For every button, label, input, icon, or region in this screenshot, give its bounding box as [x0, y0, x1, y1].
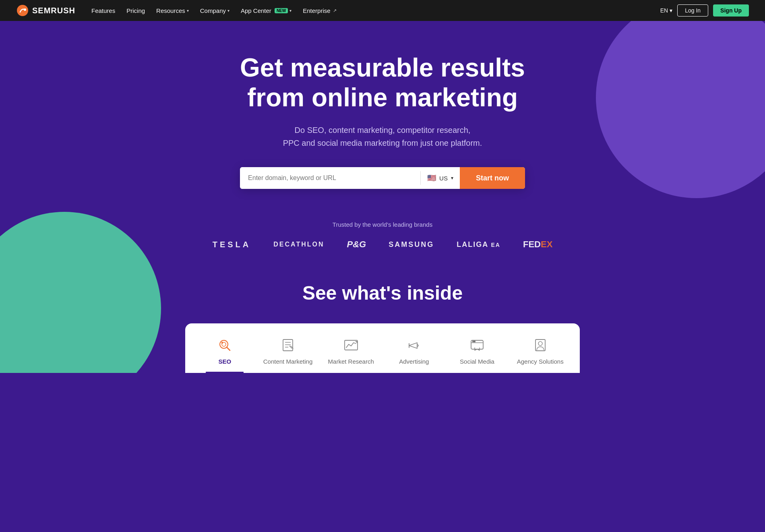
- social-media-tab-icon: [468, 336, 486, 354]
- tab-advertising-label: Advertising: [399, 358, 429, 365]
- country-selector[interactable]: 🇺🇸 US ▾: [421, 167, 460, 189]
- fedex-logo: FedEx: [523, 239, 552, 250]
- hero-subtitle: Do SEO, content marketing, competitor re…: [240, 124, 525, 149]
- brand-logos: TESLA DECATHLON P&G SAMSUNG LALIGA EA Fe…: [213, 239, 553, 250]
- decorative-circle-purple: [596, 21, 765, 198]
- nav-right: EN ▾ Log In Sign Up: [660, 4, 749, 17]
- tabs-card: SEO Content Marketing: [185, 323, 580, 373]
- svg-rect-6: [283, 339, 293, 351]
- tab-seo[interactable]: SEO: [193, 336, 256, 373]
- logo[interactable]: SEMRUSH: [16, 4, 75, 17]
- flag-icon: 🇺🇸: [427, 174, 436, 182]
- trust-text: Trusted by the world's leading brands: [213, 221, 553, 228]
- nav-links: Features Pricing Resources ▾ Company ▾ A…: [91, 7, 660, 14]
- market-research-tab-icon: [342, 336, 360, 354]
- nav-enterprise[interactable]: Enterprise ↗: [303, 7, 336, 14]
- start-button[interactable]: Start now: [460, 167, 525, 189]
- login-button[interactable]: Log In: [677, 4, 708, 17]
- svg-point-14: [474, 341, 475, 342]
- inside-title: See what's inside: [0, 282, 765, 304]
- chevron-down-icon: ▾: [227, 8, 229, 13]
- navigation: SEMRUSH Features Pricing Resources ▾ Com…: [0, 0, 765, 21]
- tab-content-marketing-label: Content Marketing: [263, 358, 313, 365]
- tab-agency-solutions-label: Agency Solutions: [517, 358, 564, 365]
- signup-button[interactable]: Sign Up: [713, 4, 749, 17]
- nav-resources[interactable]: Resources ▾: [156, 7, 189, 14]
- samsung-logo: SAMSUNG: [389, 240, 434, 249]
- pg-logo: P&G: [347, 239, 366, 250]
- nav-company[interactable]: Company ▾: [200, 7, 229, 14]
- svg-point-16: [538, 342, 542, 346]
- svg-point-5: [222, 342, 223, 344]
- new-badge: NEW: [275, 8, 288, 13]
- nav-features[interactable]: Features: [91, 7, 115, 14]
- svg-point-1: [24, 8, 26, 11]
- decathlon-logo: DECATHLON: [273, 241, 324, 248]
- tab-social-media-label: Social Media: [460, 358, 494, 365]
- tab-advertising[interactable]: Advertising: [382, 336, 446, 373]
- svg-point-0: [17, 5, 28, 16]
- external-link-icon: ↗: [333, 8, 337, 13]
- tab-market-research[interactable]: Market Research: [319, 336, 382, 373]
- chevron-down-icon: ▾: [289, 8, 292, 13]
- tab-agency-solutions[interactable]: Agency Solutions: [509, 336, 572, 373]
- inside-section: See what's inside SEO: [0, 282, 765, 373]
- hero-section: Get measurable results from online marke…: [0, 21, 765, 373]
- agency-solutions-tab-icon: [531, 336, 549, 354]
- tab-market-research-label: Market Research: [328, 358, 374, 365]
- svg-rect-10: [345, 340, 358, 350]
- tab-seo-label: SEO: [218, 358, 231, 365]
- hero-title: Get measurable results from online marke…: [240, 53, 525, 112]
- laliga-logo: LALIGA EA: [457, 240, 500, 249]
- chevron-down-icon: ▾: [670, 7, 672, 14]
- search-input[interactable]: [240, 167, 420, 189]
- seo-tab-icon: [216, 336, 234, 354]
- hero-content: Get measurable results from online marke…: [232, 53, 533, 213]
- language-selector[interactable]: EN ▾: [660, 7, 672, 14]
- chevron-down-icon: ▾: [187, 8, 189, 13]
- active-indicator: [206, 372, 244, 373]
- tab-social-media[interactable]: Social Media: [446, 336, 509, 373]
- content-marketing-tab-icon: [279, 336, 297, 354]
- trust-section: Trusted by the world's leading brands TE…: [213, 221, 553, 250]
- chevron-down-icon: ▾: [451, 175, 453, 181]
- advertising-tab-icon: [405, 336, 423, 354]
- svg-line-3: [227, 347, 230, 350]
- tab-content-marketing[interactable]: Content Marketing: [256, 336, 320, 373]
- tesla-logo: TESLA: [213, 240, 251, 249]
- country-label: US: [439, 175, 448, 182]
- nav-app-center[interactable]: App Center NEW ▾: [241, 7, 292, 14]
- svg-point-13: [473, 341, 473, 342]
- search-bar: 🇺🇸 US ▾ Start now: [240, 167, 525, 189]
- logo-text: SEMRUSH: [32, 6, 75, 15]
- nav-pricing[interactable]: Pricing: [126, 7, 145, 14]
